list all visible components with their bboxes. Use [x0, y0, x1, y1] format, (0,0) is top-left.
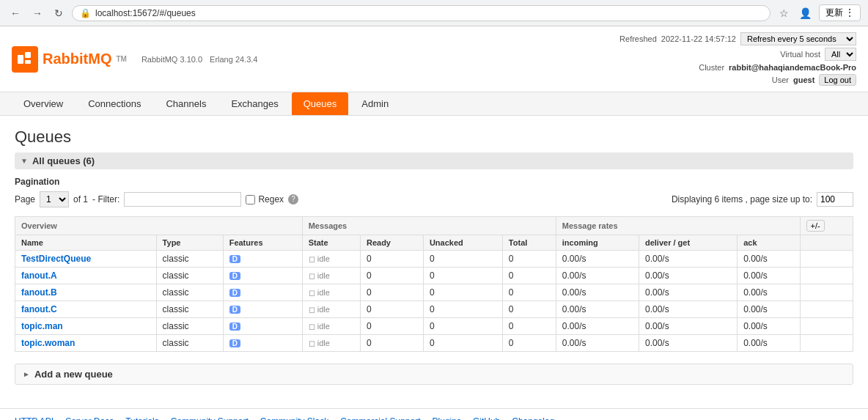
queue-total-cell: 0	[502, 335, 556, 352]
add-queue-section[interactable]: ► Add a new queue	[15, 364, 853, 385]
footer-link[interactable]: HTTP API	[15, 416, 54, 420]
page-size-input[interactable]	[817, 192, 853, 207]
durable-badge: D	[229, 306, 240, 314]
regex-checkbox[interactable]	[246, 195, 255, 205]
tab-exchanges[interactable]: Exchanges	[219, 92, 290, 115]
page-label: Page	[15, 194, 35, 205]
page-select[interactable]: 1	[40, 191, 69, 207]
filter-label: - Filter:	[92, 194, 119, 205]
svg-rect-1	[25, 52, 31, 58]
filter-input[interactable]	[124, 192, 241, 207]
plus-minus-button[interactable]: +/-	[806, 220, 825, 232]
queue-ready-cell: 0	[360, 284, 423, 301]
regex-help-icon[interactable]: ?	[288, 194, 298, 205]
bookmark-icon[interactable]: ☆	[776, 6, 792, 21]
queue-features-cell: D	[223, 318, 302, 335]
table-row: fanout.C classic D ◻ idle 0 0 0 0.00/s 0…	[15, 301, 853, 318]
queue-type-cell: classic	[156, 284, 223, 301]
version-info: RabbitMQ 3.10.0 Erlang 24.3.4	[141, 55, 258, 64]
queue-name-cell[interactable]: fanout.C	[15, 301, 157, 318]
queue-unacked-cell: 0	[423, 335, 502, 352]
refresh-row: Refreshed 2022-11-22 14:57:12 Refresh ev…	[619, 32, 856, 45]
tab-admin[interactable]: Admin	[350, 92, 400, 115]
nav-tabs: Overview Connections Channels Exchanges …	[0, 92, 868, 116]
col-header-extra	[800, 235, 853, 251]
back-button[interactable]: ←	[7, 6, 23, 21]
footer-link[interactable]: Server Docs	[65, 416, 114, 420]
queue-total-cell: 0	[502, 301, 556, 318]
refresh-select[interactable]: Refresh every 5 seconds Refresh every 10…	[740, 32, 856, 45]
queue-unacked-cell: 0	[423, 251, 502, 268]
url-text: localhost:15672/#/queues	[95, 8, 196, 18]
section-header-text: All queues (6)	[32, 155, 95, 166]
svg-rect-0	[18, 55, 23, 64]
col-header-state: State	[302, 235, 360, 251]
logo: RabbitMQTM	[12, 46, 127, 73]
reload-button[interactable]: ↻	[51, 6, 66, 21]
tab-channels[interactable]: Channels	[154, 92, 218, 115]
refresh-jp-button[interactable]: 更新 ⋮	[819, 4, 861, 21]
queue-extra-cell	[800, 301, 853, 318]
tab-queues[interactable]: Queues	[292, 92, 349, 115]
queue-total-cell: 0	[502, 251, 556, 268]
queue-ready-cell: 0	[360, 301, 423, 318]
erlang-version: Erlang 24.3.4	[210, 55, 257, 64]
queue-state-cell: ◻ idle	[302, 318, 360, 335]
footer-link[interactable]: Community Slack	[260, 416, 328, 420]
url-bar[interactable]: 🔒 localhost:15672/#/queues	[72, 5, 770, 21]
footer-link[interactable]: Community Support	[171, 416, 249, 420]
footer-link[interactable]: Commercial Support	[340, 416, 420, 420]
queue-state-cell: ◻ idle	[302, 251, 360, 268]
footer-link[interactable]: Changelog	[512, 416, 554, 420]
footer-link[interactable]: Tutorials	[125, 416, 159, 420]
footer-link[interactable]: Plugins	[433, 416, 461, 420]
tab-connections[interactable]: Connections	[76, 92, 152, 115]
tab-overview[interactable]: Overview	[12, 92, 75, 115]
footer: HTTP APIServer DocsTutorialsCommunity Su…	[0, 408, 868, 420]
queue-incoming-cell: 0.00/s	[556, 251, 639, 268]
header-rates: Message rates	[556, 217, 800, 235]
queue-ready-cell: 0	[360, 318, 423, 335]
forward-button[interactable]: →	[29, 6, 45, 21]
pagination-label: Pagination	[15, 177, 853, 187]
col-header-ack: ack	[738, 235, 800, 251]
browser-bar: ← → ↻ 🔒 localhost:15672/#/queues ☆ 👤 更新 …	[0, 0, 868, 26]
plus-minus-cell[interactable]: +/-	[800, 217, 853, 235]
header-overview: Overview	[15, 217, 303, 235]
queue-name-cell[interactable]: topic.woman	[15, 335, 157, 352]
queue-name-cell[interactable]: TestDirectQueue	[15, 251, 157, 268]
queue-name-cell[interactable]: topic.man	[15, 318, 157, 335]
queue-name-cell[interactable]: fanout.A	[15, 268, 157, 284]
logout-button[interactable]: Log out	[819, 74, 856, 86]
queue-unacked-cell: 0	[423, 284, 502, 301]
queue-deliver-get-cell: 0.00/s	[639, 251, 737, 268]
queue-type-cell: classic	[156, 301, 223, 318]
queue-extra-cell	[800, 284, 853, 301]
cluster-row: Cluster rabbit@hahaqiandemacBook-Pro	[619, 63, 856, 72]
header-messages: Messages	[302, 217, 556, 235]
cluster-label: Cluster	[699, 63, 724, 72]
refreshed-label: Refreshed	[619, 34, 657, 43]
regex-label[interactable]: Regex	[246, 194, 284, 205]
logo-text: RabbitMQ	[43, 51, 111, 67]
user-name: guest	[793, 75, 814, 84]
durable-badge: D	[229, 272, 240, 280]
vhost-select[interactable]: All /	[825, 48, 856, 61]
user-icon[interactable]: 👤	[796, 6, 814, 21]
table-row: topic.woman classic D ◻ idle 0 0 0 0.00/…	[15, 335, 853, 352]
pagination-row: Page 1 of 1 - Filter: Regex ? Displaying…	[15, 191, 853, 207]
col-header-features: Features	[223, 235, 302, 251]
durable-badge: D	[229, 255, 240, 263]
queue-extra-cell	[800, 268, 853, 284]
col-header-incoming: incoming	[556, 235, 639, 251]
footer-link[interactable]: GitHub	[473, 416, 500, 420]
queue-features-cell: D	[223, 251, 302, 268]
queue-name-cell[interactable]: fanout.B	[15, 284, 157, 301]
col-header-deliver-get: deliver / get	[639, 235, 737, 251]
state-label: ◻ idle	[309, 339, 330, 347]
queue-state-cell: ◻ idle	[302, 268, 360, 284]
queue-deliver-get-cell: 0.00/s	[639, 318, 737, 335]
all-queues-section-header[interactable]: ▼ All queues (6)	[15, 152, 853, 169]
queue-total-cell: 0	[502, 284, 556, 301]
queue-incoming-cell: 0.00/s	[556, 301, 639, 318]
